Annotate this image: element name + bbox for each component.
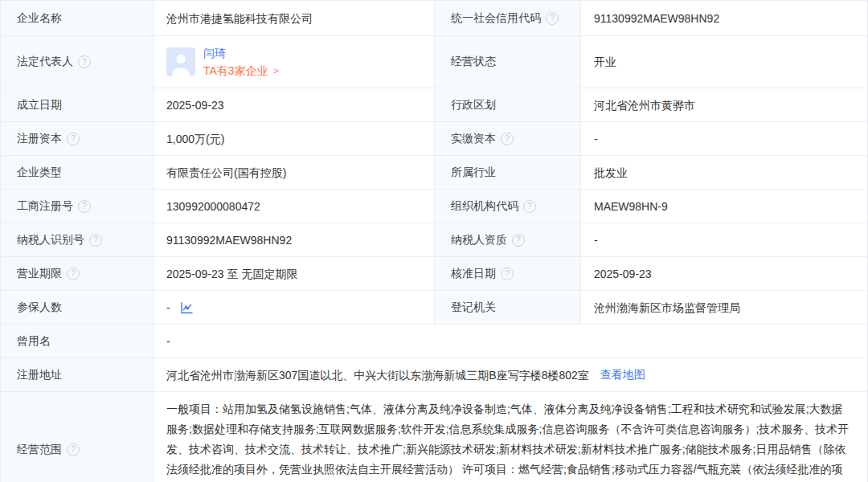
label-former-name: 曾用名: [1, 325, 154, 357]
chevron-right-icon: ＞: [272, 63, 281, 79]
label-insured-count: 参保人数: [1, 291, 154, 324]
label-text-paid-in-capital: 实缴资本: [451, 132, 496, 146]
value-registration-authority: 沧州渤海新区市场监督管理局: [581, 291, 867, 324]
table-row: 成立日期2025-09-23行政区划河北省沧州市黄骅市: [1, 88, 867, 122]
label-text-taxpayer-id: 纳税人识别号: [17, 233, 84, 247]
trend-chart-icon[interactable]: [180, 301, 193, 314]
label-text-approval-date: 核准日期: [451, 267, 496, 281]
label-establishment-date: 成立日期: [1, 88, 154, 121]
table-row: 企业类型有限责任公司(国有控股)所属行业批发业: [1, 156, 867, 190]
value-former-name: -: [154, 325, 867, 357]
label-text-business-status: 经营状态: [451, 55, 496, 69]
person-info: 闫琦TA有3家企业＞: [203, 46, 281, 79]
label-company-name: 企业名称: [1, 1, 154, 35]
value-text-business-registration-number: 130992000080472: [166, 198, 260, 215]
label-text-former-name: 曾用名: [17, 334, 51, 349]
label-taxpayer-qualification: 纳税人资质?: [435, 223, 581, 256]
value-business-term: 2025-09-23 至 无固定期限: [154, 257, 435, 290]
label-legal-representative: 法定代表人?: [1, 36, 154, 88]
label-credit-code: 统一社会信用代码?: [435, 1, 581, 35]
help-icon[interactable]: ?: [67, 268, 80, 280]
person-avatar-icon[interactable]: [166, 47, 195, 76]
value-text-business-term: 2025-09-23 至 无固定期限: [166, 265, 297, 283]
table-row: 营业期限?2025-09-23 至 无固定期限核准日期?2025-09-23: [1, 257, 867, 291]
value-taxpayer-qualification: -: [581, 223, 867, 256]
label-business-scope: 经营范围?: [1, 392, 154, 482]
label-registered-address: 注册地址: [1, 358, 154, 391]
value-legal-representative: 闫琦TA有3家企业＞: [154, 36, 435, 88]
value-approval-date: 2025-09-23: [581, 257, 867, 290]
label-text-business-scope: 经营范围: [17, 443, 62, 457]
value-paid-in-capital: -: [581, 122, 867, 155]
value-registered-address: 河北省沧州市渤海新区307国道以北、中兴大街以东渤海新城三期B座写字楼8楼802…: [154, 358, 867, 391]
label-taxpayer-id: 纳税人识别号?: [1, 223, 154, 256]
value-text-registration-authority: 沧州渤海新区市场监督管理局: [594, 299, 740, 317]
help-icon[interactable]: ?: [512, 234, 525, 247]
table-row: 注册资本?1,000万(元)实缴资本?-: [1, 122, 867, 156]
value-text-enterprise-type: 有限责任公司(国有控股): [166, 164, 286, 182]
label-text-establishment-date: 成立日期: [17, 98, 62, 112]
value-credit-code: 91130992MAEW98HN92: [581, 1, 867, 35]
value-text-approval-date: 2025-09-23: [594, 265, 652, 283]
value-text-business-scope: 一般项目：站用加氢及储氢设施销售;气体、液体分离及纯净设备制造;气体、液体分离及…: [166, 402, 849, 482]
help-icon[interactable]: ?: [89, 234, 102, 247]
label-approval-date: 核准日期?: [435, 257, 581, 290]
table-row: 法定代表人?闫琦TA有3家企业＞经营状态开业: [1, 36, 867, 88]
value-industry: 批发业: [581, 156, 867, 189]
value-text-taxpayer-id: 91130992MAEW98HN92: [166, 231, 292, 249]
related-companies-link[interactable]: TA有3家企业: [203, 63, 268, 79]
value-text-paid-in-capital: -: [594, 130, 598, 148]
value-text-former-name: -: [166, 333, 170, 350]
label-business-term: 营业期限?: [1, 257, 154, 290]
label-business-registration-number: 工商注册号?: [1, 190, 154, 223]
label-text-legal-representative: 法定代表人: [17, 55, 73, 69]
label-enterprise-type: 企业类型: [1, 156, 154, 189]
view-map-link[interactable]: 查看地图: [600, 368, 645, 382]
value-text-organization-code: MAEW98HN-9: [594, 198, 668, 215]
help-icon[interactable]: ?: [501, 133, 514, 145]
table-row: 经营范围?一般项目：站用加氢及储氢设施销售;气体、液体分离及纯净设备制造;气体、…: [1, 392, 867, 482]
label-text-registration-authority: 登记机关: [451, 300, 496, 315]
value-text-insured-count: -: [166, 299, 170, 317]
value-taxpayer-id: 91130992MAEW98HN92: [154, 223, 435, 256]
label-paid-in-capital: 实缴资本?: [435, 122, 581, 155]
table-row: 企业名称沧州市港捷氢能科技有限公司统一社会信用代码?91130992MAEW98…: [1, 1, 867, 36]
help-icon[interactable]: ?: [501, 268, 514, 280]
label-text-organization-code: 组织机构代码: [451, 199, 518, 214]
label-text-industry: 所属行业: [451, 165, 496, 180]
label-text-taxpayer-qualification: 纳税人资质: [451, 233, 507, 247]
value-business-status: 开业: [581, 36, 867, 88]
help-icon[interactable]: ?: [67, 443, 80, 456]
company-info-table: 企业名称沧州市港捷氢能科技有限公司统一社会信用代码?91130992MAEW98…: [0, 0, 868, 482]
help-icon[interactable]: ?: [546, 12, 559, 25]
help-icon[interactable]: ?: [78, 200, 91, 213]
value-text-company-name: 沧州市港捷氢能科技有限公司: [166, 10, 313, 27]
value-business-registration-number: 130992000080472: [154, 190, 435, 223]
value-organization-code: MAEW98HN-9: [581, 190, 867, 223]
label-text-insured-count: 参保人数: [17, 300, 62, 315]
label-text-registered-address: 注册地址: [17, 368, 62, 382]
value-registered-capital: 1,000万(元): [154, 122, 435, 155]
help-icon[interactable]: ?: [78, 55, 91, 68]
help-icon[interactable]: ?: [67, 133, 80, 145]
value-text-business-status: 开业: [594, 53, 616, 71]
label-text-business-term: 营业期限: [17, 267, 62, 281]
label-registration-authority: 登记机关: [435, 291, 581, 324]
label-text-enterprise-type: 企业类型: [17, 165, 62, 180]
company-profile-page: 企业名称沧州市港捷氢能科技有限公司统一社会信用代码?91130992MAEW98…: [0, 0, 868, 482]
person-name-link[interactable]: 闫琦: [203, 46, 281, 61]
value-text-registered-address: 河北省沧州市渤海新区307国道以北、中兴大街以东渤海新城三期B座写字楼8楼802…: [166, 366, 589, 384]
table-row: 注册地址河北省沧州市渤海新区307国道以北、中兴大街以东渤海新城三期B座写字楼8…: [1, 358, 867, 392]
value-administrative-division: 河北省沧州市黄骅市: [581, 88, 867, 121]
value-establishment-date: 2025-09-23: [154, 88, 435, 121]
person-companies: TA有3家企业＞: [203, 63, 281, 79]
value-insured-count: -: [154, 291, 435, 324]
label-text-registered-capital: 注册资本: [17, 132, 62, 146]
table-row: 参保人数-登记机关沧州渤海新区市场监督管理局: [1, 291, 867, 325]
label-business-status: 经营状态: [435, 36, 581, 88]
value-company-name: 沧州市港捷氢能科技有限公司: [154, 1, 435, 35]
value-text-administrative-division: 河北省沧州市黄骅市: [594, 96, 695, 114]
help-icon[interactable]: ?: [523, 200, 536, 213]
label-text-business-registration-number: 工商注册号: [17, 199, 73, 214]
value-business-scope: 一般项目：站用加氢及储氢设施销售;气体、液体分离及纯净设备制造;气体、液体分离及…: [154, 392, 867, 482]
